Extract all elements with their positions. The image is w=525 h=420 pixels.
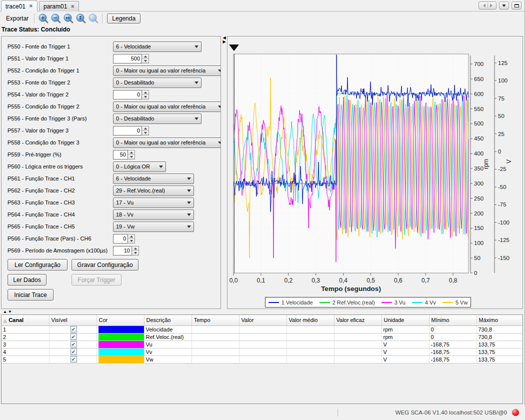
spinner-down-icon[interactable] (128, 154, 134, 159)
param-dropdown[interactable]: 6 - Velocidade (113, 42, 202, 52)
spinner-up-icon[interactable] (142, 90, 148, 94)
table-cell (286, 348, 334, 356)
color-cell[interactable] (96, 340, 144, 348)
y-tick-label: 100 (474, 240, 484, 246)
legend-label: 3 Vu (394, 300, 406, 306)
statusbar-divider (338, 409, 338, 416)
visible-checkbox[interactable] (70, 356, 77, 362)
spinner-up-icon[interactable] (128, 150, 134, 154)
trigger-marker-icon[interactable] (229, 44, 239, 51)
spinner-down-icon[interactable] (142, 130, 148, 135)
table-row[interactable]: 3VuV-168,75133,75 (2, 340, 522, 348)
write-config-button[interactable]: Gravar Configuração (72, 259, 138, 270)
param-label: P551 - Valor do Trigger 1 (8, 56, 68, 62)
spinner-up-icon[interactable] (142, 54, 148, 58)
column-header-canal[interactable]: △Canal (2, 315, 49, 326)
channel-color-swatch (98, 334, 144, 340)
visible-checkbox[interactable] (70, 348, 77, 355)
column-header-valor-eficaz[interactable]: Valor eficaz (334, 315, 382, 326)
spinner-down-icon[interactable] (142, 58, 148, 63)
table-row[interactable]: 5VwV-168,75133,75 (2, 356, 522, 363)
spinner-up-icon[interactable] (142, 126, 148, 130)
table-row[interactable]: 4VvV-168,75133,75 (2, 348, 522, 356)
column-header-descri-o[interactable]: Descrição (144, 315, 192, 326)
zoom-vertical-icon[interactable]: ↕ (75, 12, 86, 24)
tab-param01-label: param01 (44, 3, 67, 10)
param-dropdown[interactable]: 0 - Maior ou igual ao valor referência (113, 102, 221, 112)
param-value-input[interactable]: 0 (113, 90, 142, 100)
horizontal-splitter[interactable]: ▲ ▼ (1, 309, 523, 314)
start-trace-button[interactable]: Iniciar Trace (8, 289, 54, 300)
read-config-button[interactable]: Ler Configuração (8, 259, 68, 270)
param-row: P563 - Função Trace - CH317 - Vu (2, 196, 220, 208)
param-value-input[interactable]: 500 (113, 54, 142, 64)
tab-trace01[interactable]: trace01 ✖ (1, 0, 38, 12)
color-cell[interactable] (96, 333, 144, 340)
x-tick-label: 0,0 (230, 277, 238, 284)
param-dropdown[interactable]: 0 - Maior ou igual ao valor referência (113, 66, 221, 76)
column-header-cor[interactable]: Cor (96, 315, 144, 326)
param-dropdown[interactable]: 6 - Velocidade (113, 174, 194, 184)
param-row: P561 - Função Trace - CH16 - Velocidade (2, 172, 220, 184)
maximize-view-icon[interactable] (512, 2, 522, 10)
param-dropdown[interactable]: 0 - Lógica OR (113, 162, 166, 172)
param-dropdown[interactable]: 0 - Desabilitado (113, 78, 202, 88)
connection-status-text: WEG SCA-06 V1.40 localhost:502 USB/@0 (396, 410, 507, 416)
param-dropdown[interactable]: 17 - Vu (113, 198, 194, 208)
table-row[interactable]: 1Velocidaderpm0730,8 (2, 326, 522, 333)
column-header-vis-vel[interactable]: Visível (49, 315, 96, 326)
visible-checkbox[interactable] (70, 326, 77, 332)
spinner-up-icon[interactable] (128, 234, 134, 238)
visible-checkbox[interactable] (70, 334, 77, 340)
close-icon[interactable]: ✖ (70, 4, 74, 9)
table-cell: 133,75 (476, 340, 522, 348)
zoom-horizontal-icon[interactable]: ↔ (62, 12, 74, 24)
expand-down-icon[interactable]: ▼ (8, 310, 12, 314)
column-header-valor[interactable]: Valor (239, 315, 286, 326)
column-header-unidade[interactable]: Unidade (382, 315, 429, 326)
collapse-up-icon[interactable]: ▲ (3, 310, 7, 314)
table-cell (239, 333, 286, 340)
color-cell[interactable] (96, 326, 144, 333)
chevron-down-icon (218, 106, 221, 108)
visible-checkbox[interactable] (70, 341, 77, 348)
column-header-valor-m-dio[interactable]: Valor médio (286, 315, 334, 326)
column-header-m-nimo[interactable]: Mínimo (429, 315, 476, 326)
expand-right-icon[interactable]: ▶ (222, 40, 227, 44)
param-dropdown[interactable]: 19 - Vw (113, 222, 194, 232)
dropdown-value: 18 - Vv (116, 212, 134, 218)
param-value-input[interactable]: 0 (113, 126, 142, 136)
y-tick-label: -75 (498, 202, 506, 208)
param-value-input[interactable]: 10 (113, 246, 132, 256)
tab-param01[interactable]: param01 ✖ (39, 1, 79, 12)
vertical-splitter[interactable]: ◀ ▶ (222, 36, 227, 309)
legend-button[interactable]: Legenda (107, 14, 140, 24)
param-value-input[interactable]: 50 (113, 150, 128, 160)
column-header-m-ximo[interactable]: Máximo (476, 315, 522, 326)
color-cell[interactable] (96, 356, 144, 363)
param-dropdown[interactable]: 18 - Vv (113, 210, 194, 220)
param-value-input[interactable]: 0 (113, 234, 128, 244)
table-row[interactable]: 2Ref.Veloc.(real)rpm0730,8 (2, 333, 522, 340)
tab-scroll-right-icon[interactable] (490, 4, 492, 8)
tab-scroll-left-icon[interactable] (483, 4, 486, 8)
param-label: P566 - Função Trace (Pars) - CH6 (8, 236, 92, 242)
zoom-out-icon[interactable]: − (50, 12, 62, 24)
close-icon[interactable]: ✖ (29, 4, 33, 8)
zoom-in-icon[interactable]: + (38, 12, 49, 24)
read-data-button[interactable]: Ler Dados (8, 274, 46, 286)
spinner-down-icon[interactable] (128, 238, 134, 243)
spinner-up-icon[interactable] (132, 246, 138, 250)
param-dropdown[interactable]: 0 - Maior ou igual ao valor referência (113, 138, 221, 148)
tab-list-dropdown-icon[interactable] (499, 2, 509, 10)
param-label: P563 - Função Trace - CH3 (8, 200, 75, 206)
spinner-down-icon[interactable] (132, 250, 138, 255)
zoom-reset-icon[interactable] (88, 12, 99, 24)
param-dropdown[interactable]: 29 - Ref.Veloc.(real) (113, 186, 194, 196)
legend-swatch (442, 302, 453, 303)
column-header-tempo[interactable]: Tempo (192, 315, 239, 326)
export-menu[interactable]: Exportar (3, 13, 32, 24)
color-cell[interactable] (96, 348, 144, 356)
spinner-down-icon[interactable] (142, 94, 148, 99)
param-dropdown[interactable]: 0 - Desabilitado (113, 114, 202, 124)
